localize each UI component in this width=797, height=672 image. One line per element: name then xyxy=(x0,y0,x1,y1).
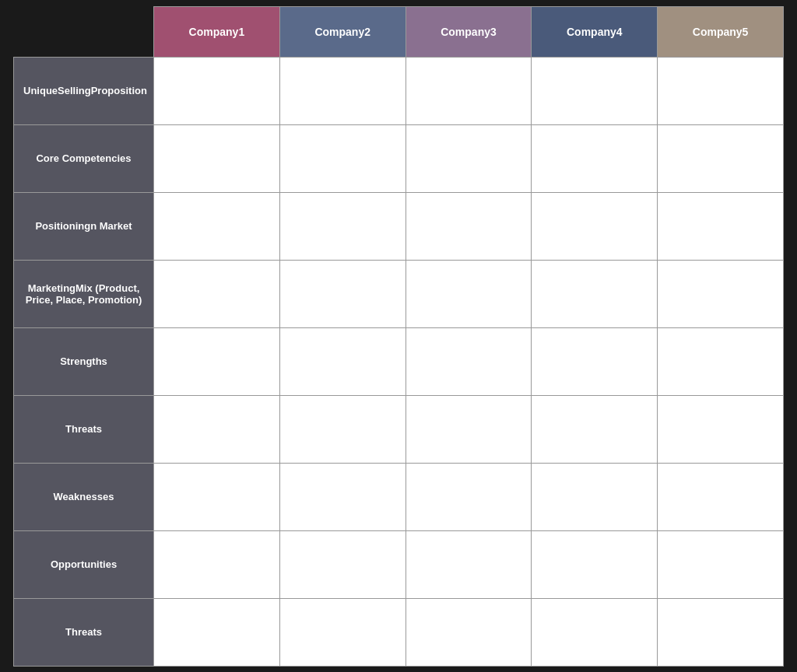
cell-thr1-company3[interactable] xyxy=(406,395,532,463)
cell-str-company3[interactable] xyxy=(406,327,532,395)
cell-pos-company4[interactable] xyxy=(532,192,658,260)
row-label-threats2: Threats xyxy=(14,598,154,666)
cell-opp-company3[interactable] xyxy=(406,530,532,598)
cell-core-company1[interactable] xyxy=(154,124,280,192)
cell-usp-company5[interactable] xyxy=(658,57,784,124)
cell-opp-company1[interactable] xyxy=(154,530,280,598)
row-label-positioning: Positioningn Market xyxy=(14,192,154,260)
company4-header: Company4 xyxy=(532,6,658,57)
company3-header: Company3 xyxy=(406,6,532,57)
cell-core-company4[interactable] xyxy=(532,124,658,192)
cell-wkn-company1[interactable] xyxy=(154,463,280,530)
table-row: Threats xyxy=(14,395,784,463)
cell-core-company5[interactable] xyxy=(658,124,784,192)
cell-pos-company1[interactable] xyxy=(154,192,280,260)
cell-thr1-company4[interactable] xyxy=(532,395,658,463)
cell-wkn-company4[interactable] xyxy=(532,463,658,530)
table-row: MarketingMix (Product, Price, Place, Pro… xyxy=(14,260,784,327)
cell-usp-company3[interactable] xyxy=(406,57,532,124)
cell-thr2-company1[interactable] xyxy=(154,598,280,666)
cell-str-company4[interactable] xyxy=(532,327,658,395)
table-row: Strengths xyxy=(14,327,784,395)
cell-opp-company4[interactable] xyxy=(532,530,658,598)
cell-mkt-company3[interactable] xyxy=(406,260,532,327)
cell-usp-company2[interactable] xyxy=(279,57,406,124)
table-row: UniqueSellingProposition xyxy=(14,57,784,124)
cell-pos-company5[interactable] xyxy=(658,192,784,260)
company2-header: Company2 xyxy=(279,6,406,57)
company1-header: Company1 xyxy=(154,6,280,57)
cell-thr2-company2[interactable] xyxy=(279,598,406,666)
table-row: Positioningn Market xyxy=(14,192,784,260)
comparison-table: Company1 Company2 Company3 Company4 Comp… xyxy=(13,6,784,667)
cell-wkn-company2[interactable] xyxy=(279,463,406,530)
cell-thr1-company2[interactable] xyxy=(279,395,406,463)
cell-str-company5[interactable] xyxy=(658,327,784,395)
cell-usp-company4[interactable] xyxy=(532,57,658,124)
cell-thr1-company1[interactable] xyxy=(154,395,280,463)
cell-pos-company3[interactable] xyxy=(406,192,532,260)
cell-core-company3[interactable] xyxy=(406,124,532,192)
row-label-strengths: Strengths xyxy=(14,327,154,395)
table-row: Opportunities xyxy=(14,530,784,598)
cell-usp-company1[interactable] xyxy=(154,57,280,124)
cell-pos-company2[interactable] xyxy=(279,192,406,260)
table-container: Company1 Company2 Company3 Company4 Comp… xyxy=(0,0,797,672)
cell-thr1-company5[interactable] xyxy=(658,395,784,463)
cell-mkt-company2[interactable] xyxy=(279,260,406,327)
row-label-weaknesses: Weaknesses xyxy=(14,463,154,530)
company5-header: Company5 xyxy=(658,6,784,57)
header-spacer xyxy=(14,6,154,57)
table-row: Weaknesses xyxy=(14,463,784,530)
cell-mkt-company1[interactable] xyxy=(154,260,280,327)
cell-thr2-company4[interactable] xyxy=(532,598,658,666)
row-label-marketing: MarketingMix (Product, Price, Place, Pro… xyxy=(14,260,154,327)
table-row: Threats xyxy=(14,598,784,666)
cell-mkt-company4[interactable] xyxy=(532,260,658,327)
cell-str-company2[interactable] xyxy=(279,327,406,395)
row-label-usp: UniqueSellingProposition xyxy=(14,57,154,124)
row-label-opportunities: Opportunities xyxy=(14,530,154,598)
cell-opp-company5[interactable] xyxy=(658,530,784,598)
cell-wkn-company3[interactable] xyxy=(406,463,532,530)
cell-core-company2[interactable] xyxy=(279,124,406,192)
row-label-threats1: Threats xyxy=(14,395,154,463)
cell-mkt-company5[interactable] xyxy=(658,260,784,327)
table-row: Core Competencies xyxy=(14,124,784,192)
row-label-core: Core Competencies xyxy=(14,124,154,192)
cell-thr2-company3[interactable] xyxy=(406,598,532,666)
cell-str-company1[interactable] xyxy=(154,327,280,395)
cell-wkn-company5[interactable] xyxy=(658,463,784,530)
cell-thr2-company5[interactable] xyxy=(658,598,784,666)
cell-opp-company2[interactable] xyxy=(279,530,406,598)
